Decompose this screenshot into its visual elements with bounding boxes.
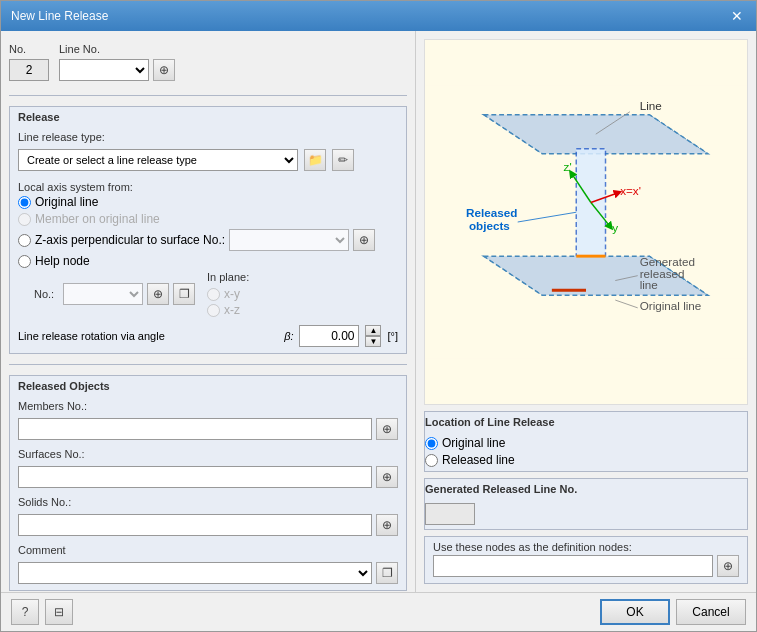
table-button[interactable]: ⊟ bbox=[45, 599, 73, 625]
type-edit-button[interactable]: ✏ bbox=[332, 149, 354, 171]
original-line-label: Original line bbox=[35, 195, 98, 209]
table-icon: ⊟ bbox=[54, 605, 64, 619]
comment-select[interactable] bbox=[18, 562, 372, 584]
z-axis-radio-row: Z-axis perpendicular to surface No.: ⊕ bbox=[18, 229, 398, 251]
footer-left: ? ⊟ bbox=[11, 599, 73, 625]
pick-icon: ⊕ bbox=[159, 63, 169, 77]
nodes-pick-icon: ⊕ bbox=[723, 559, 733, 573]
footer-right: OK Cancel bbox=[600, 599, 746, 625]
dialog-body: No. Line No. ⊕ Release Line re bbox=[1, 31, 756, 592]
location-released-radio[interactable] bbox=[425, 454, 438, 467]
members-label: Members No.: bbox=[18, 400, 398, 412]
help-node-radio-row: Help node bbox=[18, 254, 398, 268]
member-radio[interactable] bbox=[18, 213, 31, 226]
no-inline-label: No.: bbox=[34, 288, 59, 300]
location-section-title: Location of Line Release bbox=[425, 416, 747, 428]
surfaces-row: ⊕ bbox=[18, 466, 398, 488]
beta-input[interactable] bbox=[299, 325, 359, 347]
help-pick-icon: ⊕ bbox=[153, 287, 163, 301]
cancel-button[interactable]: Cancel bbox=[676, 599, 746, 625]
local-axis-section: Local axis system from: Original line Me… bbox=[18, 181, 398, 317]
beta-down-button[interactable]: ▼ bbox=[365, 336, 381, 347]
help-node-select[interactable] bbox=[63, 283, 143, 305]
help-node-copy-btn[interactable]: ❐ bbox=[173, 283, 195, 305]
help-icon: ? bbox=[22, 605, 29, 619]
beta-up-button[interactable]: ▲ bbox=[365, 325, 381, 336]
gen-section: Generated Released Line No. bbox=[424, 478, 748, 530]
comment-label: Comment bbox=[18, 544, 398, 556]
location-released-row: Released line bbox=[425, 453, 747, 467]
solids-pick-button[interactable]: ⊕ bbox=[376, 514, 398, 536]
in-plane-group: In plane: x-y x-z bbox=[207, 271, 249, 317]
svg-text:Original line: Original line bbox=[640, 299, 702, 312]
no-line-row: No. Line No. ⊕ bbox=[9, 39, 407, 85]
members-pick-icon: ⊕ bbox=[382, 422, 392, 436]
members-row: ⊕ bbox=[18, 418, 398, 440]
comment-copy-button[interactable]: ❐ bbox=[376, 562, 398, 584]
member-radio-row: Member on original line bbox=[18, 212, 398, 226]
title-bar: New Line Release ✕ bbox=[1, 1, 756, 31]
no-input[interactable] bbox=[9, 59, 49, 81]
z-axis-pick-button[interactable]: ⊕ bbox=[353, 229, 375, 251]
z-axis-select[interactable] bbox=[229, 229, 349, 251]
nodes-pick-button[interactable]: ⊕ bbox=[717, 555, 739, 577]
original-line-radio[interactable] bbox=[18, 196, 31, 209]
new-line-release-dialog: New Line Release ✕ No. Line No. ⊕ bbox=[0, 0, 757, 632]
beta-spinners: ▲ ▼ bbox=[365, 325, 381, 347]
type-row: Create or select a line release type 📁 ✏ bbox=[18, 149, 398, 171]
location-original-radio[interactable] bbox=[425, 437, 438, 450]
ok-button[interactable]: OK bbox=[600, 599, 670, 625]
type-folder-button[interactable]: 📁 bbox=[304, 149, 326, 171]
gen-line-input[interactable] bbox=[425, 503, 475, 525]
svg-text:Line: Line bbox=[640, 99, 662, 112]
help-node-pick-btn[interactable]: ⊕ bbox=[147, 283, 169, 305]
svg-text:y: y bbox=[612, 221, 618, 234]
svg-text:z': z' bbox=[564, 160, 572, 173]
solids-row: ⊕ bbox=[18, 514, 398, 536]
in-plane-label: In plane: bbox=[207, 271, 249, 283]
local-axis-label: Local axis system from: bbox=[18, 181, 398, 193]
line-no-row: ⊕ bbox=[59, 59, 175, 81]
xz-label: x-z bbox=[224, 303, 240, 317]
location-original-label: Original line bbox=[442, 436, 505, 450]
beta-label: Line release rotation via angle bbox=[18, 330, 278, 342]
close-button[interactable]: ✕ bbox=[728, 7, 746, 25]
line-no-label: Line No. bbox=[59, 43, 175, 55]
nodes-label: Use these nodes as the definition nodes: bbox=[433, 541, 739, 553]
surfaces-label: Surfaces No.: bbox=[18, 448, 398, 460]
line-no-pick-button[interactable]: ⊕ bbox=[153, 59, 175, 81]
svg-text:line: line bbox=[640, 278, 658, 291]
xz-radio[interactable] bbox=[207, 304, 220, 317]
beta-symbol: β: bbox=[284, 330, 293, 342]
nodes-input[interactable] bbox=[433, 555, 713, 577]
original-line-radio-row: Original line bbox=[18, 195, 398, 209]
help-button[interactable]: ? bbox=[11, 599, 39, 625]
z-axis-radio[interactable] bbox=[18, 234, 31, 247]
xy-label: x-y bbox=[224, 287, 240, 301]
dialog-footer: ? ⊟ OK Cancel bbox=[1, 592, 756, 631]
no-field: No. bbox=[9, 43, 49, 81]
nodes-row: ⊕ bbox=[433, 555, 739, 577]
location-original-row: Original line bbox=[425, 436, 747, 450]
left-panel: No. Line No. ⊕ Release Line re bbox=[1, 31, 416, 592]
z-pick-icon: ⊕ bbox=[359, 233, 369, 247]
edit-icon: ✏ bbox=[338, 153, 348, 167]
xy-radio-row: x-y bbox=[207, 287, 249, 301]
location-section: Location of Line Release Original line R… bbox=[424, 411, 748, 472]
members-pick-button[interactable]: ⊕ bbox=[376, 418, 398, 440]
solids-input[interactable] bbox=[18, 514, 372, 536]
surfaces-input[interactable] bbox=[18, 466, 372, 488]
surfaces-pick-icon: ⊕ bbox=[382, 470, 392, 484]
solids-label: Solids No.: bbox=[18, 496, 398, 508]
members-input[interactable] bbox=[18, 418, 372, 440]
z-axis-label: Z-axis perpendicular to surface No.: bbox=[35, 233, 225, 247]
line-release-type-select[interactable]: Create or select a line release type bbox=[18, 149, 298, 171]
xy-radio[interactable] bbox=[207, 288, 220, 301]
released-objects-section: Released Objects Members No.: ⊕ Surfaces… bbox=[9, 375, 407, 591]
line-no-select[interactable] bbox=[59, 59, 149, 81]
release-section-title: Release bbox=[18, 111, 398, 123]
surfaces-pick-button[interactable]: ⊕ bbox=[376, 466, 398, 488]
release-section: Release Line release type: Create or sel… bbox=[9, 106, 407, 354]
help-copy-icon: ❐ bbox=[179, 287, 190, 301]
help-node-radio[interactable] bbox=[18, 255, 31, 268]
